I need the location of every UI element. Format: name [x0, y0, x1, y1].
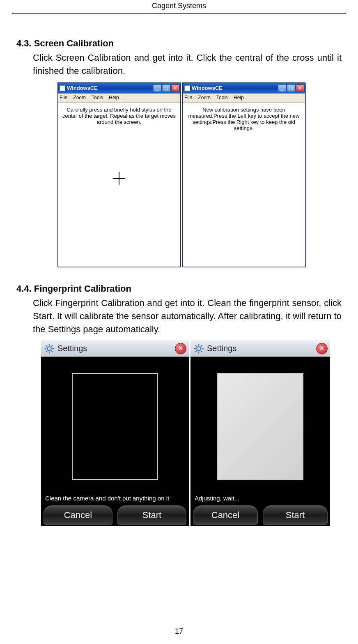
- wince-window-result: WindowsCE _ □ × File Zoom Tools Help New…: [182, 82, 305, 267]
- svg-line-7: [46, 351, 48, 352]
- svg-line-14: [195, 345, 197, 347]
- wince-body[interactable]: New calibration settings have been measu…: [183, 103, 305, 267]
- minimize-icon[interactable]: _: [153, 84, 161, 92]
- close-icon[interactable]: ×: [296, 84, 304, 92]
- wince-window-calibrate: WindowsCE _ □ × File Zoom Tools Help Car…: [57, 82, 181, 267]
- menu-tools[interactable]: Tools: [92, 95, 103, 100]
- svg-line-17: [201, 345, 202, 347]
- wince-body[interactable]: Carefully press and briefly hold stylus …: [58, 103, 180, 267]
- settings-title: Settings: [57, 344, 175, 353]
- wince-menubar: File Zoom Tools Help: [183, 94, 305, 103]
- svg-line-6: [51, 351, 53, 352]
- settings-window-adjusting: Settings × Adjusting, wait... Cancel Sta…: [190, 340, 330, 526]
- gear-icon: [44, 343, 55, 354]
- maximize-icon[interactable]: □: [162, 84, 170, 92]
- start-button[interactable]: Start: [117, 505, 186, 525]
- screen-calibration-figures: WindowsCE _ □ × File Zoom Tools Help Car…: [57, 82, 342, 267]
- section-body-4-4: Click Fingerprint Calibration and get in…: [33, 297, 342, 336]
- settings-title: Settings: [207, 344, 316, 353]
- menu-help[interactable]: Help: [234, 95, 244, 100]
- menu-tools[interactable]: Tools: [216, 95, 228, 100]
- svg-line-8: [51, 345, 53, 347]
- company-name: Cogent Systems: [152, 2, 206, 10]
- close-icon[interactable]: ×: [171, 84, 179, 92]
- cancel-button[interactable]: Cancel: [44, 505, 112, 525]
- settings-window-clean: Settings × Clean the camera and don't pu…: [41, 340, 189, 526]
- menu-file[interactable]: File: [184, 95, 192, 100]
- maximize-icon[interactable]: □: [287, 84, 295, 92]
- section-heading-4-4: 4.4. Fingerprint Calibration: [16, 283, 342, 294]
- svg-point-9: [197, 347, 200, 350]
- menu-help[interactable]: Help: [109, 95, 119, 100]
- page-number: 17: [0, 627, 358, 636]
- svg-line-5: [46, 345, 48, 347]
- menu-zoom[interactable]: Zoom: [73, 95, 86, 100]
- svg-line-16: [195, 351, 197, 352]
- menu-file[interactable]: File: [60, 95, 67, 100]
- section-heading-4-3: 4.3. Screen Calibration: [16, 38, 342, 49]
- window-title: WindowsCE: [192, 85, 278, 91]
- menu-zoom[interactable]: Zoom: [198, 95, 211, 100]
- gear-icon: [193, 343, 204, 354]
- app-icon: [184, 85, 190, 91]
- cancel-button[interactable]: Cancel: [193, 505, 258, 525]
- sensor-preview-light: [217, 373, 303, 480]
- page-header: Cogent Systems: [12, 0, 346, 14]
- section-body-4-3: Click Screen Calibration and get into it…: [33, 51, 342, 78]
- settings-message: Adjusting, wait...: [190, 492, 330, 504]
- calibration-instruction-text: Carefully press and briefly hold stylus …: [61, 107, 177, 125]
- svg-line-15: [201, 351, 202, 352]
- settings-body: [190, 357, 330, 492]
- settings-titlebar: Settings ×: [190, 340, 330, 357]
- minimize-icon[interactable]: _: [278, 84, 286, 92]
- app-icon: [60, 85, 65, 91]
- close-icon[interactable]: ×: [175, 343, 186, 354]
- wince-titlebar[interactable]: WindowsCE _ □ ×: [58, 83, 180, 94]
- settings-titlebar: Settings ×: [41, 340, 189, 357]
- wince-titlebar[interactable]: WindowsCE _ □ ×: [183, 83, 305, 94]
- close-icon[interactable]: ×: [316, 343, 328, 354]
- start-button[interactable]: Start: [263, 505, 328, 525]
- settings-message: Clean the camera and don't put anything …: [41, 492, 189, 504]
- window-title: WindowsCE: [67, 85, 153, 91]
- settings-body: [41, 357, 189, 492]
- wince-menubar: File Zoom Tools Help: [58, 94, 180, 103]
- fingerprint-calibration-figures: Settings × Clean the camera and don't pu…: [41, 340, 342, 526]
- svg-point-0: [47, 347, 51, 350]
- calibration-result-text: New calibration settings have been measu…: [186, 107, 302, 131]
- sensor-preview-dark: [72, 373, 158, 480]
- crosshair-target-icon[interactable]: [113, 172, 125, 185]
